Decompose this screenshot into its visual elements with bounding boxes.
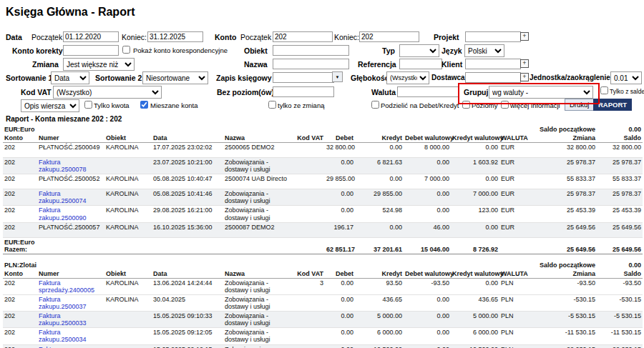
cell-saldo: -530.15 — [597, 295, 643, 312]
konto-od-input[interactable] — [273, 31, 333, 42]
col-header: WALUTA — [499, 269, 527, 279]
col-header: Numer — [37, 269, 104, 279]
klient-input[interactable] — [465, 59, 521, 69]
cell-obiekt: KAROLINA — [104, 143, 152, 158]
dostawca-add-icon[interactable]: + — [520, 73, 529, 81]
cell-data: 15.05.2025 09:12:05 — [152, 328, 223, 344]
cell-kredyt-walutowy: 436.65 — [451, 295, 499, 312]
cell-obiekt — [104, 158, 152, 174]
cell-kredyt: 0.00 — [355, 222, 404, 237]
cell-kod-vat — [289, 312, 325, 328]
cell-numer-document-link[interactable]: Faktura zakupu.2500074 — [37, 189, 104, 206]
cell-kod-vat — [289, 158, 325, 174]
cell-data: 16.10.2025 15:36:00 — [152, 222, 223, 237]
drukuj-button[interactable]: Drukuj — [565, 99, 594, 111]
mieszane-konta-checkbox[interactable] — [140, 101, 148, 109]
cell-numer-document-link[interactable]: Faktura zakupu.2500090 — [37, 206, 104, 222]
obiekt-input[interactable] — [273, 45, 349, 56]
table-row: 202PŁATNOŚĆ.2500052KAROLINA05.08.2025 10… — [3, 174, 643, 189]
zmiana-select[interactable]: Jest większe niż — [63, 58, 135, 71]
sortowanie2-select[interactable]: Niesortowane — [142, 71, 208, 84]
cell-data: 13.06.2024 14:24:44 — [152, 278, 223, 294]
klient-add-icon[interactable]: + — [520, 59, 529, 68]
col-header: Data — [152, 134, 223, 143]
cell-debet-walutowy: 0.00 — [404, 312, 451, 328]
table-row: 202Faktura sprzedaży.2400005KAROLINA13.0… — [3, 278, 643, 294]
cell-obiekt — [104, 328, 152, 344]
glebokosc-select[interactable]: (Wszystko) — [386, 71, 429, 84]
opis-wiersza-select[interactable]: Opis wiersza — [21, 99, 79, 112]
waluta-label: Waluta — [371, 88, 396, 96]
grupuj-select[interactable]: wg waluty - — [489, 86, 593, 99]
projekt-input[interactable] — [465, 31, 521, 42]
cell-debet-walutowy: 0.00 — [404, 158, 451, 174]
col-header: Nazwa — [223, 269, 289, 279]
projekt-add-icon[interactable]: + — [520, 32, 529, 41]
cell-zmiana: 25 978.37 — [527, 158, 597, 174]
sortowanie1-select[interactable]: Data — [51, 71, 89, 84]
podzielic-checkbox[interactable] — [371, 101, 379, 109]
referencja-input[interactable] — [399, 59, 442, 69]
cell-debet: 0.00 — [325, 312, 355, 328]
kod-vat-label: Kod VAT — [21, 88, 52, 96]
cell-kredyt-walutowy: 7 000.00 — [451, 189, 499, 206]
klient-label: Klient — [441, 60, 462, 69]
raport-button[interactable]: RAPORT — [593, 99, 632, 111]
waluta-input[interactable] — [397, 86, 459, 97]
bez-poziomow-label: Bez poziom(ów) — [217, 88, 274, 96]
konto-korekty-input[interactable] — [63, 45, 119, 56]
col-header: Debet — [325, 134, 355, 143]
cell-numer-document-link[interactable]: Faktura zakupu.2500035 — [37, 344, 104, 348]
cell-kredyt: 436.65 — [355, 295, 404, 312]
cell-numer-document-link[interactable]: Faktura zakupu.2500037 — [37, 295, 104, 312]
saldo-poczatkowe-label: Saldo początkowe — [527, 125, 597, 134]
cell-numer-document-link[interactable]: Faktura zakupu.2500033 — [37, 312, 104, 328]
konto-korekty-label: Konto korekty — [12, 46, 63, 55]
cell-kod-vat — [289, 295, 325, 312]
tylko-z-saldem-label: Tylko z saldem — [610, 88, 644, 95]
table-row: 202Faktura zakupu.2500090KAROLINA29.08.2… — [3, 206, 643, 222]
total-group-name: EUR:Euro — [4, 239, 323, 246]
jezyk-select[interactable]: Polski — [464, 44, 504, 57]
tylko-z-saldem-checkbox[interactable] — [600, 86, 608, 94]
col-header: Saldo — [597, 269, 643, 279]
cell-kredyt: 10 500.00 — [355, 344, 404, 348]
data-od-input[interactable] — [63, 31, 119, 42]
cell-waluta: EUR — [499, 206, 527, 222]
total-kredyt-walutowy: 8 726.92 — [451, 237, 499, 254]
wiecej-informacji-checkbox[interactable] — [501, 101, 509, 109]
spacer — [3, 254, 643, 261]
projekt-label: Projekt — [434, 33, 459, 41]
col-header: Obiekt — [104, 134, 152, 143]
spacer-row — [3, 254, 643, 261]
zapis-dropdown-arrow-button[interactable]: ▼ — [332, 71, 343, 82]
cell-nazwa: Zobowiązania - dostawy i usługi — [223, 206, 289, 222]
konto-label: Konto — [215, 33, 236, 41]
total-debet-walutowy: 15 046.00 — [404, 237, 451, 254]
podzielic-label: Podzielić na Debet/Kredyt — [381, 101, 459, 109]
jednostka-select[interactable]: 0.01 — [610, 71, 642, 84]
cell-numer-document-link[interactable]: Faktura zakupu.2500034 — [37, 328, 104, 344]
nazwa-input[interactable] — [273, 59, 349, 69]
cell-debet: 32 800.00 — [325, 143, 355, 158]
pokaz-konto-checkbox[interactable] — [122, 46, 130, 54]
zapis-ksiegowy-input[interactable] — [273, 72, 334, 83]
col-header: Nazwa — [223, 134, 289, 143]
tylko-ze-zmiana-label: tylko ze zmianą — [278, 101, 324, 109]
konto-do-input[interactable] — [359, 31, 419, 42]
tylko-kwota-checkbox[interactable] — [84, 101, 92, 109]
table-row: 202Faktura zakupu.250003315.05.2025 09:1… — [3, 312, 643, 328]
kod-vat-select[interactable]: (Wszystko) — [53, 86, 162, 99]
col-header: Debet — [325, 269, 355, 279]
typ-select[interactable] — [399, 44, 439, 57]
data-do-input[interactable] — [147, 31, 203, 42]
tylko-ze-zmiana-checkbox[interactable] — [268, 101, 276, 109]
bez-poziomow-input[interactable] — [273, 86, 334, 97]
cell-numer-document-link[interactable]: Faktura zakupu.2500078 — [37, 158, 104, 174]
cell-waluta: EUR — [499, 174, 527, 189]
poziomy-checkbox[interactable] — [462, 101, 470, 109]
col-header: Kredyt — [355, 134, 404, 143]
table-row: 202Faktura zakupu.2500074KAROLINA05.08.2… — [3, 189, 643, 206]
dostawca-input[interactable] — [465, 72, 521, 83]
cell-numer-document-link[interactable]: Faktura sprzedaży.2400005 — [37, 278, 104, 294]
